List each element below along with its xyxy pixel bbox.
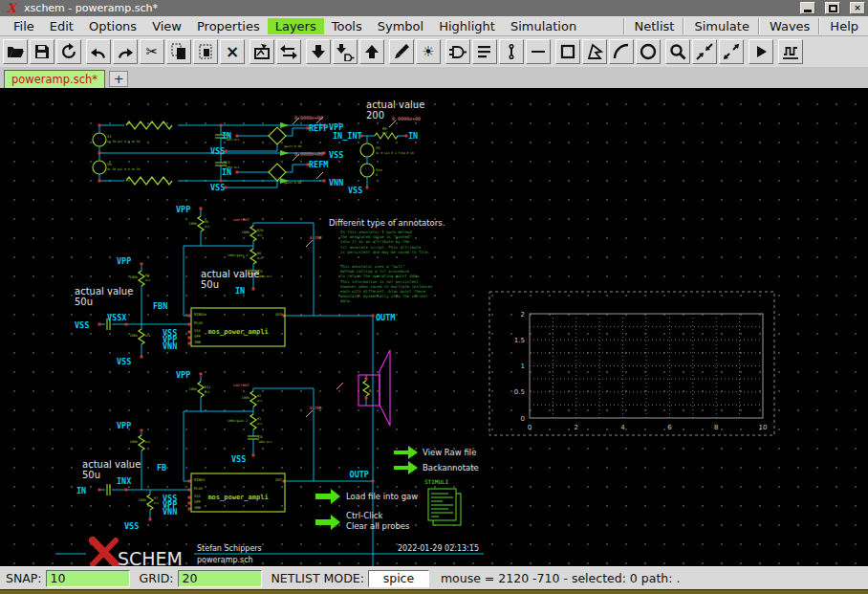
pin-markers (98, 124, 408, 521)
toolbar-netlist-button[interactable] (472, 39, 497, 64)
toolbar-gate-button[interactable] (445, 39, 470, 64)
menu-simulation[interactable]: Simulation (503, 18, 584, 34)
amplifier-box-1[interactable] (191, 308, 285, 346)
annotation-text: SCHEM (118, 548, 183, 566)
net-label: VSS (75, 320, 89, 330)
annotation-text: actual value (201, 269, 259, 279)
grid-input[interactable] (178, 570, 262, 587)
menu-view[interactable]: View (144, 18, 189, 34)
toolbar-descend-symbol-button[interactable] (333, 39, 358, 64)
graph-y-tick: 1.5 (514, 337, 525, 344)
speaker-symbol[interactable] (358, 350, 390, 426)
stimuli-icon[interactable] (428, 489, 461, 525)
toolbar-search-button[interactable] (665, 39, 690, 64)
toolbar-rect-button[interactable] (555, 39, 580, 64)
note-text: is persistent and may be saved to file. (340, 250, 430, 254)
net-label: VSS (210, 146, 225, 156)
netlist-mode-input[interactable] (368, 570, 429, 587)
toolbar-group (3, 39, 81, 64)
component-label: m=1 (154, 501, 160, 505)
arrow-view-raw-file (394, 446, 418, 459)
net-label: VSS (124, 521, 139, 531)
toolbar-redo-button[interactable] (113, 39, 138, 64)
toolbar-circle-button[interactable] (636, 39, 661, 64)
net-label: VNN (329, 178, 343, 187)
graph-y-tick: 0 (521, 415, 525, 423)
net-label: VSS (231, 454, 246, 464)
toolbar-cut-button[interactable]: ✂ (140, 39, 164, 64)
close-button[interactable]: × (850, 2, 865, 14)
toolbar-zoom-full-button[interactable] (719, 39, 744, 64)
xschem-window: X xschem - poweramp.sch* × FileEditOptio… (0, 0, 868, 594)
snap-input[interactable] (46, 570, 130, 587)
menu-options[interactable]: Options (81, 18, 144, 34)
menu-tools[interactable]: Tools (324, 18, 370, 34)
menu-properties[interactable]: Properties (189, 18, 268, 34)
schematic-canvas[interactable]: 024681000.511.52 VPPVSSVNNINVSSREFPINVSS… (0, 88, 868, 566)
toolbar-pin-button[interactable] (499, 39, 524, 64)
net-label: VNN (163, 341, 177, 351)
netlist-mode-label: NETLIST MODE: (271, 571, 364, 585)
toolbar-polygon-button[interactable] (582, 39, 607, 64)
toolbar-undo-button[interactable] (86, 39, 111, 64)
toolbar-sun-button[interactable]: ☀ (416, 39, 441, 64)
menu-netlist[interactable]: Netlist (624, 18, 684, 34)
menu-edit[interactable]: Edit (42, 18, 81, 34)
annotation-text: Ctrl-Click (346, 511, 383, 520)
component-label: gain='0.99' (284, 144, 303, 148)
maximize-button[interactable] (825, 2, 840, 14)
grid-label: GRID: (140, 571, 174, 585)
menu-waves[interactable]: Waves (759, 18, 819, 34)
component-label: MINUS (194, 477, 206, 482)
menu-highlight[interactable]: Highlight (431, 18, 503, 34)
annotation-text: Stefan Schippers (197, 544, 262, 553)
net-label: VSS (117, 357, 131, 366)
menu-simulate[interactable]: Simulate (684, 18, 758, 34)
toolbar-descend-button[interactable] (306, 39, 331, 64)
waveform-graph[interactable]: 024681000.511.52 (489, 292, 774, 435)
net-label: VNN (163, 507, 177, 517)
toolbar-copy-button[interactable] (166, 39, 191, 64)
menu-help[interactable]: Help (819, 18, 868, 34)
menu-symbol[interactable]: Symbol (370, 18, 431, 34)
amplifier-box-2[interactable] (191, 473, 285, 512)
component-label: R2b (257, 229, 263, 232)
graph-x-tick: 4 (620, 424, 625, 431)
component-label: R7 (154, 496, 158, 500)
title-bar[interactable]: X xschem - poweramp.sch* × (0, 0, 868, 16)
toolbar-waves-button[interactable] (778, 39, 803, 64)
toolbar-paste-button[interactable] (193, 39, 218, 64)
rect-icon (558, 42, 577, 61)
probe-annotation: 0.0000e+00 (294, 151, 323, 157)
toolbar-zoom-in-button[interactable] (692, 39, 717, 64)
menu-bar: FileEditOptionsViewPropertiesLayersTools… (0, 16, 868, 36)
net-label: FBN (153, 301, 167, 311)
net-label: IN (76, 486, 86, 495)
reload-icon (59, 42, 78, 61)
toolbar-brush-button[interactable] (389, 39, 414, 64)
menu-file[interactable]: File (6, 18, 42, 34)
component-label: 100k (242, 396, 250, 400)
toolbar-group (778, 39, 803, 64)
toolbar-play-button[interactable] (749, 39, 773, 64)
minimize-button[interactable] (800, 2, 815, 14)
component-label: C5 (258, 269, 263, 274)
component-label: R6 (257, 252, 261, 255)
schematic-area[interactable]: 024681000.511.52 VPPVSSVNNINVSSREFPINVSS… (0, 88, 868, 566)
toolbar-open-button[interactable] (3, 39, 28, 64)
component-label: VPP (194, 334, 202, 339)
new-tab-button[interactable]: + (109, 71, 128, 87)
toolbar-ascend-button[interactable] (359, 39, 384, 64)
toolbar-delete-button[interactable]: × (220, 39, 245, 64)
net-label: FB (157, 463, 166, 473)
menu-layers[interactable]: Layers (268, 18, 324, 34)
tab-poweramp[interactable]: poweramp.sch* (4, 70, 105, 88)
toolbar-swap-button[interactable] (276, 39, 301, 64)
toolbar-reload-button[interactable] (56, 39, 81, 64)
toolbar-line-button[interactable] (526, 39, 551, 64)
annotation-text: actual value (75, 286, 133, 297)
menu-left: FileEditOptionsViewPropertiesLayersTools… (0, 18, 624, 34)
toolbar-save-button[interactable] (30, 39, 54, 64)
toolbar-place-symbol-button[interactable] (250, 39, 274, 64)
toolbar-arc-button[interactable] (609, 39, 634, 64)
